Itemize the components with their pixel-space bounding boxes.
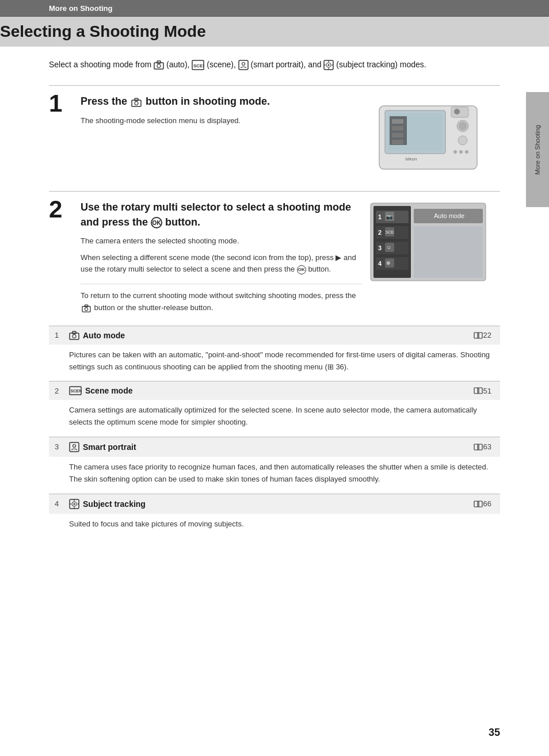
- step-1-content: Press the button in shooting mode. The s…: [81, 94, 362, 127]
- svg-text:SCE: SCE: [386, 230, 394, 234]
- main-content: Select a shooting mode from (auto), SCEN…: [0, 58, 549, 571]
- svg-text:1: 1: [378, 213, 382, 220]
- svg-rect-29: [392, 119, 403, 124]
- svg-point-25: [459, 150, 463, 154]
- top-header: More on Shooting: [0, 0, 549, 17]
- svg-text:⊕: ⊕: [386, 260, 391, 266]
- svg-point-9: [328, 64, 330, 66]
- svg-text:Auto mode: Auto mode: [434, 212, 464, 219]
- scene-icon: SCENE: [192, 60, 204, 70]
- step-2-image: 1 📷 2 SCE 3 ☺ 4: [368, 200, 500, 285]
- tracking-mode-icon: [69, 499, 79, 509]
- mode-4-header: 4 Subject tracking: [49, 494, 500, 514]
- step-1-image: Nikon: [368, 94, 500, 180]
- mode-2-ref: 51: [474, 387, 491, 395]
- book-icon-4: [474, 500, 483, 508]
- svg-rect-35: [85, 304, 87, 307]
- header-label: More on Shooting: [49, 4, 112, 13]
- svg-rect-15: [135, 98, 138, 101]
- svg-point-60: [73, 334, 76, 338]
- svg-point-36: [85, 307, 87, 310]
- auto-label: (auto),: [166, 60, 192, 69]
- step-2-section: 2 Use the rotary multi selector to selec…: [49, 191, 500, 314]
- svg-point-26: [465, 150, 468, 154]
- svg-point-16: [135, 101, 138, 105]
- svg-rect-62: [479, 333, 482, 338]
- svg-rect-74: [479, 444, 482, 450]
- portrait-label: (smart portrait), and: [251, 60, 324, 69]
- tracking-label: (subject tracking) modes.: [336, 60, 426, 69]
- svg-text:📷: 📷: [386, 213, 393, 220]
- scene-mode-icon: SCENE: [69, 386, 82, 395]
- mode-3-ref: 63: [474, 442, 491, 451]
- mode-3-number: 3: [55, 442, 69, 451]
- mode-3-header: 3 Smart portrait 6: [49, 437, 500, 457]
- book-icon-3: [474, 443, 483, 451]
- camera-button-icon: [131, 98, 142, 107]
- step-2-desc2: When selecting a different scene mode (t…: [81, 252, 362, 276]
- auto-mode-icon: [69, 331, 79, 340]
- mode-4-ref: 66: [474, 499, 491, 508]
- svg-text:3: 3: [378, 245, 382, 251]
- svg-text:☺: ☺: [386, 245, 391, 250]
- mode-3-title: Smart portrait: [69, 442, 474, 452]
- svg-point-2: [157, 64, 161, 68]
- page-title: Selecting a Shooting Mode: [0, 22, 549, 41]
- mode-selector-drawing: 1 📷 2 SCE 3 ☺ 4: [368, 200, 489, 284]
- svg-rect-68: [479, 388, 482, 394]
- step-1-number: 1: [49, 91, 81, 116]
- mode-1-number: 1: [55, 331, 69, 339]
- auto-icon: [154, 60, 164, 70]
- mode-1-desc: Pictures can be taken with an automatic,…: [49, 345, 500, 380]
- svg-point-72: [73, 444, 76, 447]
- page-number: 35: [489, 727, 500, 739]
- svg-text:2: 2: [378, 229, 382, 236]
- camera-drawing: Nikon: [368, 94, 489, 178]
- step-2-title: Use the rotary multi selector to select …: [81, 200, 362, 229]
- book-icon-1: [474, 331, 483, 339]
- svg-point-24: [453, 150, 457, 154]
- mode-1-ref: 22: [474, 331, 491, 339]
- camera-icon-return: [82, 304, 91, 312]
- page-container: More on Shooting Selecting a Shooting Mo…: [0, 0, 549, 756]
- svg-rect-61: [474, 333, 478, 338]
- svg-text:4: 4: [378, 260, 382, 267]
- portrait-mode-icon: [69, 442, 79, 452]
- svg-rect-31: [392, 133, 403, 138]
- step-1-title: Press the button in shooting mode.: [81, 94, 353, 109]
- svg-rect-67: [474, 388, 478, 394]
- scene-label: (scene),: [207, 60, 238, 69]
- mode-1-header: 1 Auto mode 22: [49, 326, 500, 345]
- svg-point-21: [459, 123, 466, 129]
- ok-badge: OK: [151, 217, 162, 228]
- svg-text:Nikon: Nikon: [405, 156, 417, 162]
- mode-4-title: Subject tracking: [69, 499, 474, 509]
- step-1-section: 1 Press the button in shooting mode. The…: [49, 85, 500, 180]
- svg-rect-57: [414, 226, 483, 278]
- svg-rect-1: [157, 61, 161, 63]
- svg-point-22: [458, 136, 467, 145]
- step-2-desc1: The camera enters the selected shooting …: [81, 235, 362, 247]
- step-1-desc: The shooting-mode selection menu is disp…: [81, 115, 353, 127]
- svg-rect-59: [73, 331, 76, 334]
- modes-table: 1 Auto mode 22: [49, 326, 500, 537]
- tracking-icon: [323, 60, 334, 70]
- mode-3-desc: The camera uses face priority to recogni…: [49, 457, 500, 492]
- intro-text: Select a shooting mode from (auto), SCEN…: [49, 58, 500, 71]
- page-title-section: Selecting a Shooting Mode: [0, 17, 549, 47]
- mode-2-header: 2 SCENE Scene mode 51: [49, 381, 500, 400]
- mode-4-number: 4: [55, 499, 69, 508]
- step-2-content: Use the rotary multi selector to select …: [81, 200, 362, 314]
- mode-2-number: 2: [55, 387, 69, 395]
- svg-text:SCENE: SCENE: [71, 389, 82, 393]
- mode-2-desc: Camera settings are automatically optimi…: [49, 400, 500, 436]
- svg-rect-32: [392, 140, 403, 144]
- svg-point-79: [74, 503, 75, 505]
- mode-4-desc: Suited to focus and take pictures of mov…: [49, 514, 500, 537]
- portrait-icon: [238, 60, 249, 70]
- step-2-number: 2: [49, 197, 81, 222]
- mode-1-title: Auto mode: [69, 331, 474, 340]
- svg-rect-85: [479, 501, 482, 507]
- svg-point-33: [454, 109, 460, 114]
- svg-text:SCENE: SCENE: [193, 63, 204, 68]
